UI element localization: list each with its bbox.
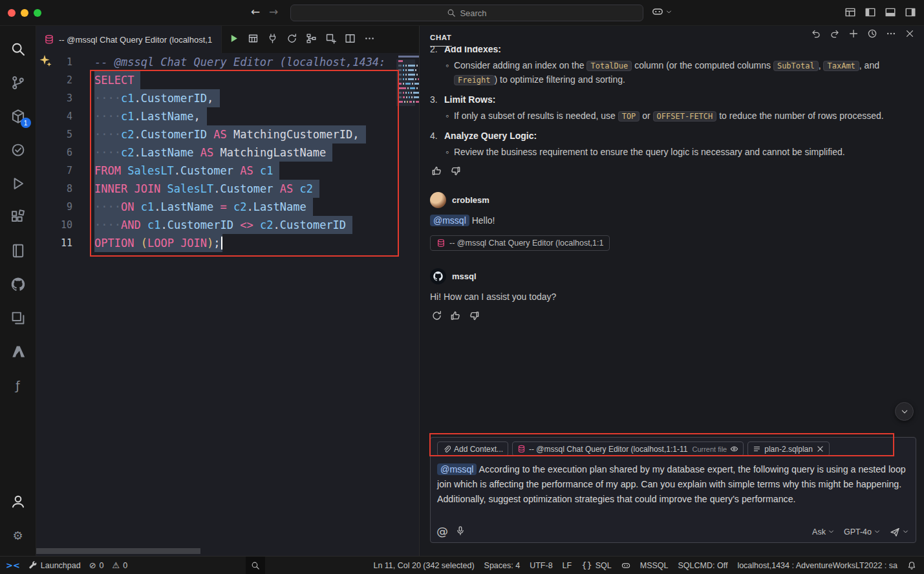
more-button[interactable] xyxy=(886,28,896,41)
model-picker[interactable]: GPT-4o xyxy=(844,527,881,537)
thumbs-up-button[interactable] xyxy=(450,310,461,325)
run-query-button[interactable] xyxy=(228,33,239,47)
activity-item-azure[interactable] xyxy=(0,335,36,368)
chat-input-text[interactable]: @mssql According to the execution plan s… xyxy=(437,462,909,507)
toggle-secondary-sidebar-button[interactable] xyxy=(905,6,916,21)
thumbs-down-button[interactable] xyxy=(450,165,461,180)
activity-item-run-debug[interactable] xyxy=(0,167,36,200)
code-line[interactable]: 5····c2.CustomerID AS MatchingCustomerID… xyxy=(36,125,397,144)
remote-indicator[interactable]: >< xyxy=(6,561,20,569)
toggle-primary-sidebar-button[interactable] xyxy=(865,6,876,21)
close-button[interactable] xyxy=(905,28,915,41)
activity-item-testing[interactable] xyxy=(0,133,36,167)
code-line[interactable]: 3····c1.CustomerID, xyxy=(36,89,397,107)
code-text: ····c2.LastName AS MatchingLastName xyxy=(94,144,332,162)
activity-item-search[interactable] xyxy=(0,32,36,66)
horizontal-scrollbar[interactable] xyxy=(36,548,200,554)
mode-picker[interactable]: Ask xyxy=(812,527,835,537)
token: . xyxy=(134,92,140,105)
sqlcmd[interactable]: SQLCMD: Off xyxy=(678,561,728,570)
estimated-plan-button[interactable] xyxy=(286,33,297,47)
eye-icon[interactable] xyxy=(730,445,738,453)
eol[interactable]: LF xyxy=(563,561,572,570)
customize-layout-button[interactable] xyxy=(844,6,856,21)
activity-item-settings[interactable]: ⚙ xyxy=(0,518,36,552)
nav-forward-button[interactable]: → xyxy=(269,5,278,18)
send-button[interactable] xyxy=(890,527,909,537)
indentation[interactable]: Spaces: 4 xyxy=(484,561,521,570)
code-line[interactable]: 4····c1.LastName, xyxy=(36,107,397,125)
copilot-menu[interactable] xyxy=(652,6,672,17)
thumbs-up-button[interactable] xyxy=(431,165,442,180)
notifications[interactable] xyxy=(907,561,916,570)
code-line[interactable]: 11OPTION (LOOP JOIN); xyxy=(36,234,397,252)
message-attachment[interactable]: -- @mssql Chat Query Editor (localhost,1… xyxy=(430,235,610,251)
warnings[interactable]: ⚠0 xyxy=(113,561,128,570)
token: c2 xyxy=(121,146,134,159)
context-chip-add-context[interactable]: Add Context... xyxy=(437,441,508,456)
minimap[interactable] xyxy=(398,56,415,543)
table-designer-button[interactable] xyxy=(325,33,336,47)
copilot-sparkle-icon[interactable] xyxy=(39,54,52,67)
bullet-text: Consider adding an index on the TotalDue… xyxy=(454,59,894,87)
context-chip-plan-file[interactable]: plan-2.sqlplan xyxy=(747,441,830,456)
results-grid-button[interactable] xyxy=(248,33,259,47)
close-icon[interactable] xyxy=(816,445,824,453)
activity-item-accounts[interactable] xyxy=(0,485,36,518)
errors[interactable]: ⊘0 xyxy=(89,561,104,570)
undo-button[interactable] xyxy=(811,28,821,41)
window-close-button[interactable] xyxy=(8,9,16,17)
language-mode[interactable]: {}SQL xyxy=(581,561,612,570)
context-chip-current-file[interactable]: -- @mssql Chat Query Editor (localhost,1… xyxy=(512,441,744,456)
scroll-to-bottom-button[interactable] xyxy=(895,402,914,421)
code-line[interactable]: 6····c2.LastName AS MatchingLastName xyxy=(36,144,397,162)
cursor-position[interactable]: Ln 11, Col 20 (342 selected) xyxy=(373,561,474,570)
model-label: GPT-4o xyxy=(844,527,872,537)
voice-button[interactable] xyxy=(455,526,466,538)
schema-compare-button[interactable] xyxy=(306,33,317,47)
redo-button[interactable] xyxy=(830,28,840,41)
code-line[interactable]: 7FROM SalesLT.Customer AS c1 xyxy=(36,162,397,180)
encoding[interactable]: UTF-8 xyxy=(530,561,552,570)
split-editor-button[interactable] xyxy=(345,33,356,47)
code-line[interactable]: 2SELECT xyxy=(36,71,397,89)
launchpad[interactable]: Launchpad xyxy=(28,561,81,570)
activity-item-remote-explorer[interactable]: 1 xyxy=(0,100,36,133)
activity-item-extensions[interactable] xyxy=(0,200,36,234)
nav-back-button[interactable]: ← xyxy=(251,5,260,18)
chat-input-box[interactable]: Add Context...-- @mssql Chat Query Edito… xyxy=(430,437,916,543)
panel-left-icon xyxy=(865,6,876,18)
more-actions-button[interactable] xyxy=(364,33,375,47)
command-center-search[interactable]: Search xyxy=(290,5,643,21)
token: = xyxy=(220,200,227,213)
line-number: 4 xyxy=(36,107,72,125)
code-editor[interactable]: 1-- @mssql Chat Query Editor (localhost,… xyxy=(36,53,397,547)
code-line[interactable]: 1-- @mssql Chat Query Editor (localhost,… xyxy=(36,53,397,71)
code-line[interactable]: 9····ON c1.LastName = c2.LastName xyxy=(36,198,397,216)
activity-item-github[interactable] xyxy=(0,268,36,301)
mention-button[interactable]: @ xyxy=(437,526,447,538)
code-text: ····c1.CustomerID, xyxy=(94,89,220,107)
window-minimize-button[interactable] xyxy=(21,9,28,17)
toggle-panel-button[interactable] xyxy=(885,6,896,21)
thumbs-down-button[interactable] xyxy=(469,310,480,325)
activity-item-notebooks[interactable] xyxy=(0,234,36,268)
chevron-down-icon xyxy=(828,528,835,535)
code-line[interactable]: 10····AND c1.CustomerID <> c2.CustomerID xyxy=(36,216,397,234)
connection[interactable]: localhost,1434 : AdventureWorksLT2022 : … xyxy=(737,561,897,570)
mssql-status[interactable]: MSSQL xyxy=(640,561,669,570)
activity-item-source-control[interactable] xyxy=(0,66,36,100)
zoom-status-button[interactable] xyxy=(246,557,265,574)
regenerate-button[interactable] xyxy=(431,310,442,325)
book-icon xyxy=(10,243,26,259)
connections-button[interactable] xyxy=(267,33,278,47)
history-button[interactable] xyxy=(867,28,877,41)
activity-item-remote-windows[interactable] xyxy=(0,301,36,335)
layout-controls xyxy=(844,6,916,21)
new-chat-button[interactable] xyxy=(848,28,859,41)
editor-tab[interactable]: -- @mssql Chat Query Editor (localhost,1 xyxy=(36,26,222,53)
window-zoom-button[interactable] xyxy=(34,9,41,17)
code-line[interactable]: 8INNER JOIN SalesLT.Customer AS c2 xyxy=(36,180,397,198)
copilot-status[interactable] xyxy=(621,561,630,570)
activity-item-sql-projects[interactable]: ƒ xyxy=(0,368,36,402)
